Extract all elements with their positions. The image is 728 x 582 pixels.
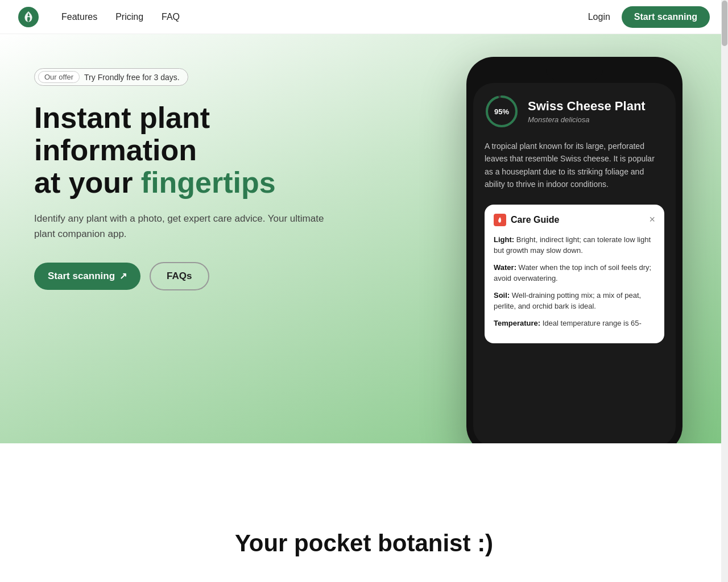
care-item-light-text: Bright, indirect light; can tolerate low… — [494, 235, 651, 255]
start-scanning-hero-button[interactable]: Start scanning ↗ — [34, 263, 140, 290]
scrollbar[interactable] — [721, 0, 728, 582]
plant-name: Swiss Cheese Plant — [528, 99, 646, 114]
hero-subtext: Identify any plant with a photo, get exp… — [34, 211, 330, 242]
care-item-light: Light: Bright, indirect light; can toler… — [494, 234, 655, 256]
nav-links: Features Pricing FAQ — [61, 12, 588, 22]
care-guide-title-row: Care Guide — [494, 214, 559, 226]
care-leaf-icon — [496, 216, 504, 224]
svg-text:95%: 95% — [494, 107, 509, 116]
scrollbar-thumb[interactable] — [722, 1, 727, 46]
logo[interactable] — [18, 7, 39, 27]
offer-tag: Our offer — [38, 71, 80, 83]
plant-name-block: Swiss Cheese Plant Monstera deliciosa — [528, 99, 646, 123]
start-scanning-label: Start scanning — [48, 271, 115, 282]
care-guide-header: Care Guide × — [494, 214, 655, 226]
care-item-temperature: Temperature: Ideal temperature range is … — [494, 318, 655, 329]
hero-heading-line1: Instant plant information — [34, 101, 210, 167]
care-item-temperature-text: Ideal temperature range is 65- — [543, 319, 642, 327]
plant-description: A tropical plant known for its large, pe… — [485, 140, 664, 191]
care-item-water: Water: Water when the top inch of soil f… — [494, 262, 655, 284]
plant-header: 95% Swiss Cheese Plant Monstera delicios… — [485, 94, 664, 128]
phone-outer: 95% Swiss Cheese Plant Monstera delicios… — [466, 57, 682, 443]
hero-heading: Instant plant information at your finger… — [34, 102, 353, 199]
phone-screen: 95% Swiss Cheese Plant Monstera delicios… — [473, 83, 676, 443]
start-scanning-nav-button[interactable]: Start scanning — [622, 6, 710, 28]
care-item-temperature-label: Temperature: — [494, 319, 540, 327]
care-icon-block — [494, 214, 506, 226]
navbar: Features Pricing FAQ Login Start scannin… — [0, 0, 728, 34]
nav-right: Login Start scanning — [588, 6, 710, 28]
care-guide-close[interactable]: × — [649, 214, 655, 226]
offer-text: Try Frondly free for 3 days. — [84, 73, 180, 82]
nav-link-pricing[interactable]: Pricing — [115, 12, 143, 22]
care-item-soil-text: Well-draining potting mix; a mix of peat… — [494, 291, 641, 311]
nav-link-faq[interactable]: FAQ — [162, 12, 180, 22]
hero-heading-highlight: fingertips — [141, 166, 276, 199]
faqs-button[interactable]: FAQs — [150, 262, 209, 290]
care-item-water-text: Water when the top inch of soil feels dr… — [494, 263, 651, 283]
care-item-soil: Soil: Well-draining potting mix; a mix o… — [494, 290, 655, 312]
care-guide-card: Care Guide × Light: Bright, indirect lig… — [485, 205, 664, 344]
care-guide-title: Care Guide — [511, 215, 559, 225]
hero-section: Our offer Try Frondly free for 3 days. I… — [0, 34, 728, 443]
plant-latin: Monstera deliciosa — [528, 115, 646, 124]
logo-icon — [18, 7, 39, 27]
bottom-heading: Your pocket botanist :) — [235, 530, 493, 557]
login-button[interactable]: Login — [588, 12, 610, 22]
hero-heading-line2-plain: at your — [34, 166, 141, 199]
offer-badge: Our offer Try Frondly free for 3 days. — [34, 68, 188, 86]
phone-mockup: 95% Swiss Cheese Plant Monstera delicios… — [466, 57, 682, 443]
phone-notch — [546, 64, 603, 80]
care-item-light-label: Light: — [494, 235, 514, 244]
nav-link-features[interactable]: Features — [61, 12, 97, 22]
care-item-soil-label: Soil: — [494, 291, 510, 300]
confidence-ring: 95% — [485, 94, 519, 128]
arrow-icon: ↗ — [119, 271, 127, 281]
care-item-water-label: Water: — [494, 263, 516, 272]
bottom-section: Your pocket botanist :) — [0, 443, 728, 568]
